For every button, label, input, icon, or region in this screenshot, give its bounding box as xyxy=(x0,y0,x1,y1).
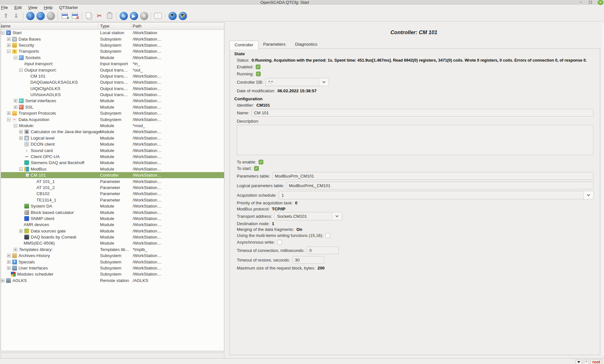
tree-row[interactable]: —Client OPC-UAModule/WorkStation… xyxy=(1,154,224,160)
tree-row[interactable]: UIVisionAGLKSOutput trans…/WorkStation… xyxy=(1,92,224,98)
description-textarea[interactable] xyxy=(237,125,593,155)
save-to-db-button[interactable]: ⇓ xyxy=(12,11,21,20)
current-user-badge[interactable]: root xyxy=(591,360,602,364)
acquisition-schedule-select[interactable]: 1 xyxy=(279,191,593,199)
to-enable-checkbox[interactable]: ✓ xyxy=(259,160,263,164)
tree-row[interactable]: CM 101Output trans…/WorkStation… xyxy=(1,73,224,79)
status-dropdown-button[interactable] xyxy=(575,360,582,364)
tab-diagnostics[interactable]: Diagnostics xyxy=(290,40,322,49)
expand-icon[interactable]: + xyxy=(19,229,23,233)
tree-row[interactable]: −Module:Module*mod_ xyxy=(1,123,224,129)
expand-icon[interactable]: + xyxy=(14,99,17,102)
tree-row[interactable]: +SSLModule/WorkStation… xyxy=(1,104,224,110)
parameters-table-input[interactable] xyxy=(272,172,593,180)
tree-row[interactable]: +?SpecialsSubsystem/WorkStation… xyxy=(1,259,224,265)
multi-items-writing-checkbox[interactable] xyxy=(325,233,330,238)
tree-row[interactable]: +Serial interfacesModule/WorkStation… xyxy=(1,98,224,104)
tree-row[interactable]: DAQGateAGLKSAGLKSOutput trans…/WorkStati… xyxy=(1,79,224,85)
controller-db-select[interactable]: *.* xyxy=(266,78,329,86)
tab-controller[interactable]: Controller xyxy=(229,41,259,49)
load-from-db-button[interactable]: ⇑ xyxy=(1,11,11,20)
tree-row[interactable]: DAQ boards by ComediModule/WorkStation… xyxy=(1,234,224,240)
running-checkbox[interactable]: ✓ xyxy=(256,72,261,76)
up-level-button[interactable]: ↑ xyxy=(26,11,35,20)
copy-item-button[interactable] xyxy=(84,11,94,20)
expand-icon[interactable]: + xyxy=(7,260,11,264)
collapse-icon[interactable]: − xyxy=(14,124,17,127)
start-button[interactable]: ▶ xyxy=(129,11,138,20)
chevron-down-icon[interactable] xyxy=(332,212,342,220)
tree-row[interactable]: −↯TransportsSubsystem/WorkStation… xyxy=(1,48,224,54)
expand-icon[interactable]: + xyxy=(7,37,11,41)
timeout-connection-input[interactable] xyxy=(307,246,339,254)
tree-row[interactable]: AT 101_2Parameter/WorkStation… xyxy=(1,185,224,191)
paste-item-button[interactable] xyxy=(105,11,114,20)
panel-scroll-area[interactable] xyxy=(602,22,604,355)
collapse-icon[interactable]: − xyxy=(7,118,11,121)
tree-row[interactable]: ♪Sound cardModule/WorkStation… xyxy=(1,147,224,153)
name-input[interactable] xyxy=(252,109,593,117)
tree-row[interactable]: Modules schedulerSubsystem/WorkStation… xyxy=(1,271,224,277)
chevron-down-icon[interactable] xyxy=(319,78,329,86)
collapse-icon[interactable]: − xyxy=(19,68,23,72)
tree-row[interactable]: CB102Parameter/WorkStation… xyxy=(1,191,224,197)
tree-row[interactable]: +Templates library:Templates lib…*tmplb_ xyxy=(1,246,224,253)
menu-edit[interactable]: Edit xyxy=(11,5,25,10)
collapse-icon[interactable]: − xyxy=(1,31,4,34)
tree-row[interactable]: +Archives-HistorySubsystem/WorkStation… xyxy=(1,253,224,259)
expand-icon[interactable]: + xyxy=(19,136,23,140)
column-header-path[interactable]: Path xyxy=(133,24,142,28)
enabled-checkbox[interactable]: ✓ xyxy=(256,64,260,69)
expand-icon[interactable]: + xyxy=(7,254,11,257)
qtstarter-vision-button[interactable] xyxy=(168,11,177,20)
collapse-icon[interactable]: − xyxy=(19,167,23,171)
tree-row[interactable]: +▣Logical levelModule/WorkStation… xyxy=(1,135,224,141)
tree-row[interactable]: System DAModule/WorkStation… xyxy=(1,203,224,209)
toolbar-extension-handle[interactable]: ⁞ xyxy=(164,14,167,18)
delete-item-button[interactable]: ✕ xyxy=(70,11,80,20)
tree-row[interactable]: +▦Calculator on the Java-like languageMo… xyxy=(1,129,224,135)
tree-row-selected[interactable]: −CM 101Controller/WorkStation… xyxy=(1,172,224,178)
stop-button[interactable]: ✕ xyxy=(139,11,149,20)
add-item-button[interactable]: + xyxy=(60,11,69,20)
tree-row[interactable]: +Transport ProtocolsSubsystem/WorkStatio… xyxy=(1,110,224,116)
collapse-icon[interactable]: − xyxy=(26,173,29,177)
chevron-down-icon[interactable] xyxy=(584,191,593,199)
cut-item-button[interactable]: ✂ xyxy=(95,11,104,20)
column-header-name[interactable]: Name xyxy=(1,24,11,28)
expand-icon[interactable]: + xyxy=(7,43,11,47)
reload-item-button[interactable]: ↻ xyxy=(119,11,128,20)
asynchronous-write-checkbox[interactable] xyxy=(277,240,282,245)
tree-row[interactable]: UIQtCfgAGLKSOutput trans…/WorkStation… xyxy=(1,86,224,92)
qtstarter-config-button[interactable] xyxy=(178,11,187,20)
menu-file[interactable]: File xyxy=(0,5,11,10)
expand-icon[interactable]: + xyxy=(1,279,4,282)
expand-icon[interactable]: + xyxy=(7,266,11,270)
tree-row[interactable]: Siemens DAQ and BeckhoffModule/WorkStati… xyxy=(1,160,224,166)
expand-icon[interactable]: + xyxy=(14,248,17,251)
expand-icon[interactable]: + xyxy=(7,111,11,115)
tree-row[interactable]: −~Data AcquisitionSubsystem/WorkStation… xyxy=(1,116,224,122)
column-header-type[interactable]: Type xyxy=(100,24,109,28)
tree-row[interactable]: Block based calculatorModule/WorkStation… xyxy=(1,209,224,215)
to-start-checkbox[interactable]: ✓ xyxy=(254,166,259,171)
tree-row[interactable]: −Output transport:Output trans…*out_ xyxy=(1,67,224,73)
tree-row[interactable]: DCON clientModule/WorkStation… xyxy=(1,141,224,147)
tree-row[interactable]: MMS(IEC-9506)Module/WorkStation… xyxy=(1,240,224,246)
tree-row[interactable]: +▭User InterfacesSubsystem/WorkStation… xyxy=(1,265,224,271)
tree-row[interactable]: AMR devicesModule/WorkStation… xyxy=(1,222,224,228)
tree-row[interactable]: +Data sources gateModule/WorkStation… xyxy=(1,228,224,234)
back-button[interactable]: ← xyxy=(36,11,45,20)
timeout-restore-input[interactable] xyxy=(292,256,324,264)
menu-view[interactable]: View xyxy=(25,5,41,10)
minimize-button[interactable]: – xyxy=(577,0,584,4)
logical-parameters-table-input[interactable] xyxy=(286,182,593,189)
transport-address-select[interactable]: Sockets.CM101 xyxy=(274,212,342,220)
tree-row[interactable]: −ModBusModule/WorkStation… xyxy=(1,166,224,172)
tree-row[interactable]: TE1314_1Parameter/WorkStation… xyxy=(1,197,224,203)
menu-help[interactable]: Help xyxy=(41,5,56,10)
manual-button[interactable] xyxy=(153,11,163,20)
collapse-icon[interactable]: − xyxy=(14,56,17,59)
maximize-button[interactable] xyxy=(587,0,594,4)
tree-row[interactable]: −SocketsModule/WorkStation… xyxy=(1,55,224,61)
